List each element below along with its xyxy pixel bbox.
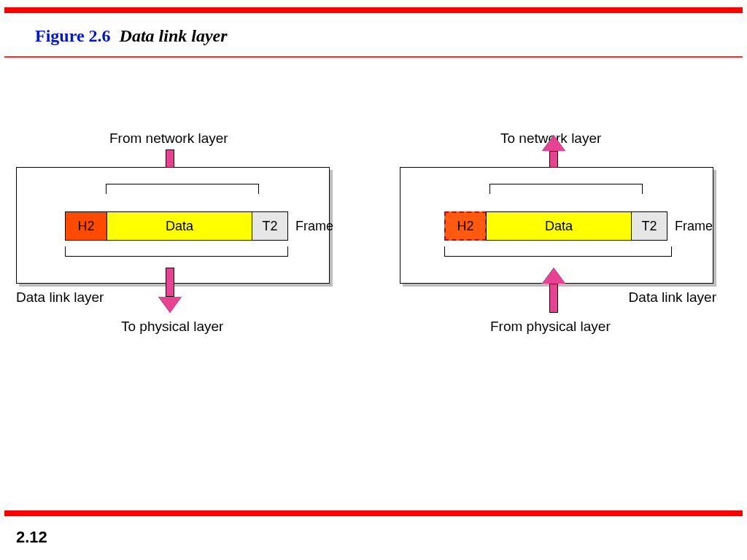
segment-trailer-left: T2 [252,211,288,241]
frame-segments-right: H2 Data T2 Frame [444,211,713,241]
bracket-bottom-left [65,246,288,257]
diagram-area: From network layer H2 Data T2 Frame Data… [0,101,747,466]
label-from-physical: From physical layer [490,319,611,335]
page-number: 2.12 [16,528,47,547]
segment-payload-right: Data [486,211,632,241]
segment-header-right: H2 [444,211,487,241]
frame-segments-left: H2 Data T2 Frame [65,211,333,241]
arrow-up-out-right [543,135,565,170]
label-from-network: From network layer [109,131,228,147]
bracket-top-left [106,184,259,194]
segment-header-left: H2 [65,211,107,241]
title-underline [4,56,743,58]
frame-label-right: Frame [675,211,713,241]
figure-title-row: Figure 2.6 Data link layer [0,13,747,56]
arrow-down-out-left [159,268,181,313]
arrow-up-into-right [543,268,565,313]
segment-trailer-right: T2 [631,211,667,241]
bottom-accent-bar [4,510,743,516]
layer-caption-left: Data link layer [16,289,104,306]
top-accent-bar [4,7,743,13]
figure-title: Data link layer [120,26,228,45]
bracket-top-right [489,184,643,194]
figure-number: Figure 2.6 [35,26,111,45]
receiver-panel: H2 Data T2 Frame [400,167,713,284]
label-to-physical: To physical layer [121,319,223,335]
bracket-bottom-right [444,246,672,257]
segment-payload-left: Data [107,211,252,241]
frame-label-left: Frame [295,211,333,241]
sender-panel: H2 Data T2 Frame [16,167,330,284]
layer-caption-right: Data link layer [629,289,716,306]
